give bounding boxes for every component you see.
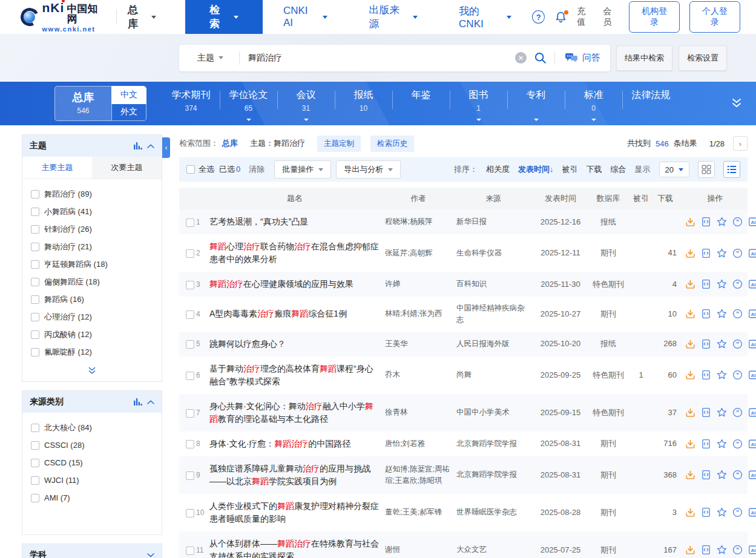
qa-button[interactable]: 问答	[555, 52, 610, 64]
row-checkbox[interactable]	[186, 409, 194, 418]
next-page-button[interactable]: ›	[733, 136, 748, 151]
download-icon[interactable]	[685, 217, 695, 227]
sort-发表时间[interactable]: 发表时间↓	[518, 164, 554, 175]
row-checkbox[interactable]	[186, 310, 194, 319]
sort-下载[interactable]: 下载	[587, 164, 602, 175]
filter-checkbox[interactable]	[31, 260, 39, 269]
row-checkbox[interactable]	[186, 249, 194, 258]
filter-checkbox[interactable]	[31, 348, 39, 356]
page-size-select[interactable]: 20	[659, 162, 689, 177]
result-source[interactable]: 世界睡眠医学杂志	[454, 501, 533, 524]
search-input[interactable]	[240, 53, 515, 63]
filter-checkbox[interactable]	[31, 313, 39, 321]
clear-search-icon[interactable]: ✕	[515, 52, 527, 64]
filter-checkbox[interactable]	[31, 190, 39, 199]
html-read-icon[interactable]	[701, 339, 711, 349]
personal-login-button[interactable]: 个人登录	[689, 1, 740, 33]
db-tab-zongku[interactable]: 总库 546	[54, 86, 111, 121]
ai-icon[interactable]: AI	[748, 339, 756, 349]
header-tab-1[interactable]: CNKI AI	[263, 0, 348, 34]
collapse-icon[interactable]	[147, 400, 154, 404]
home-menu-zongku[interactable]: 总库	[128, 3, 156, 31]
html-read-icon[interactable]	[701, 279, 711, 289]
result-source[interactable]: 生命科学仪器	[454, 241, 533, 265]
header-tab-3[interactable]: 我的CNKI	[438, 0, 532, 34]
row-checkbox[interactable]	[186, 509, 194, 517]
favorite-icon[interactable]	[717, 507, 727, 517]
expand-icon[interactable]	[147, 553, 154, 557]
help-icon[interactable]: ?	[532, 10, 545, 24]
result-title-link[interactable]: 身体·文化·疗愈：舞蹈治疗的中国路径	[209, 439, 350, 448]
collapse-icon[interactable]	[147, 144, 154, 148]
db-tab-学术期刊[interactable]: 学术期刊 374	[162, 84, 220, 113]
result-source[interactable]: 中国中小学美术	[454, 401, 533, 424]
filter-checkbox[interactable]	[31, 330, 39, 339]
search-icon[interactable]	[534, 51, 547, 65]
html-read-icon[interactable]	[701, 507, 711, 517]
list-view-button[interactable]	[723, 161, 740, 178]
result-authors[interactable]: 谢恒	[383, 538, 454, 558]
ai-icon[interactable]: AI	[748, 248, 756, 258]
db-tab-图书[interactable]: 图书 1	[450, 84, 507, 123]
ai-icon[interactable]: AI	[748, 439, 756, 449]
search-settings-button[interactable]: 检索设置	[679, 45, 727, 71]
html-read-icon[interactable]	[701, 407, 711, 418]
topic-filter-item[interactable]: 小舞蹈病 (41)	[31, 203, 154, 220]
result-title-link[interactable]: 人类作业模式下的舞蹈康复护理对精神分裂症患者睡眠质量的影响	[209, 501, 379, 524]
result-cited-count[interactable]	[628, 407, 654, 419]
result-authors[interactable]: 林晴;利婧;张为西	[383, 302, 454, 326]
result-authors[interactable]: 徐青林	[383, 401, 454, 424]
cite-icon[interactable]: ”	[732, 407, 743, 418]
filter-checkbox[interactable]	[31, 243, 39, 251]
lang-tab-foreign[interactable]: 外文	[111, 104, 146, 122]
topic-filter-item[interactable]: 舞蹈治疗 (89)	[31, 185, 154, 203]
topic-filter-item[interactable]: 丙戊酸钠 (12)	[31, 326, 154, 343]
result-cited-count[interactable]	[628, 247, 654, 259]
expand-more-icon[interactable]	[731, 98, 743, 109]
expand-more-icon[interactable]	[22, 363, 162, 381]
row-checkbox[interactable]	[186, 340, 194, 349]
db-tab-法律法规[interactable]: 法律法规	[622, 84, 680, 113]
result-cited-count[interactable]	[628, 469, 654, 481]
sort-相关度[interactable]: 相关度	[486, 164, 510, 175]
search-history-button[interactable]: 检索历史	[370, 136, 414, 152]
favorite-icon[interactable]	[717, 407, 727, 418]
result-source[interactable]: 尚舞	[454, 363, 533, 387]
ai-icon[interactable]: AI	[748, 217, 756, 227]
filter-checkbox[interactable]	[31, 476, 39, 485]
result-authors[interactable]: 董乾;王美;郝军锋	[383, 501, 454, 524]
html-read-icon[interactable]	[701, 248, 711, 258]
db-tab-年鉴[interactable]: 年鉴	[392, 84, 450, 113]
result-authors[interactable]: 赵知博;陈棻宣;周祐瑄;王嘉欣;陈昭琪	[383, 458, 454, 493]
sort-被引[interactable]: 被引	[562, 164, 578, 175]
result-cited-count[interactable]	[628, 544, 654, 556]
ai-icon[interactable]: AI	[748, 507, 756, 517]
ai-icon[interactable]: AI	[748, 407, 756, 418]
download-icon[interactable]	[685, 279, 695, 289]
search-field-dropdown[interactable]: 主题	[179, 53, 239, 64]
tab-secondary-topic[interactable]: 次要主题	[92, 157, 162, 179]
topic-filter-item[interactable]: 舞动治疗 (21)	[31, 238, 154, 255]
notification-bell-icon[interactable]	[554, 11, 567, 24]
download-icon[interactable]	[685, 470, 695, 480]
cnki-logo[interactable]: nKi 中国知网 www.cnki.net	[21, 1, 107, 33]
ai-icon[interactable]: AI	[748, 370, 756, 380]
result-title-link[interactable]: 舞蹈治疗在心理健康领域的应用与效果	[209, 279, 353, 289]
result-source[interactable]: 大众文艺	[454, 538, 533, 558]
source-filter-item[interactable]: CSSCI (28)	[31, 436, 154, 454]
lang-tab-chinese[interactable]: 中文	[111, 86, 146, 104]
row-checkbox[interactable]	[186, 471, 194, 480]
download-icon[interactable]	[685, 507, 695, 517]
row-checkbox[interactable]	[186, 281, 194, 289]
result-source[interactable]: 北京舞蹈学院学报	[454, 432, 533, 456]
db-tab-学位论文[interactable]: 学位论文 65	[220, 84, 277, 123]
topic-filter-item[interactable]: 舞蹈病 (16)	[31, 290, 154, 308]
filter-checkbox[interactable]	[31, 459, 39, 467]
db-tab-标准[interactable]: 标准 0	[565, 84, 622, 123]
result-source[interactable]: 人民日报海外版	[454, 332, 533, 356]
result-title-link[interactable]: 跳舞何以疗愈身心？	[209, 339, 286, 349]
cite-icon[interactable]: ”	[732, 339, 743, 349]
row-checkbox[interactable]	[186, 372, 194, 380]
result-title-link[interactable]: 孤独症谱系障碍儿童舞动治疗的应用与挑战——以北京舞蹈学院实践项目为例	[209, 464, 370, 486]
result-authors[interactable]: 王美华	[383, 332, 454, 356]
